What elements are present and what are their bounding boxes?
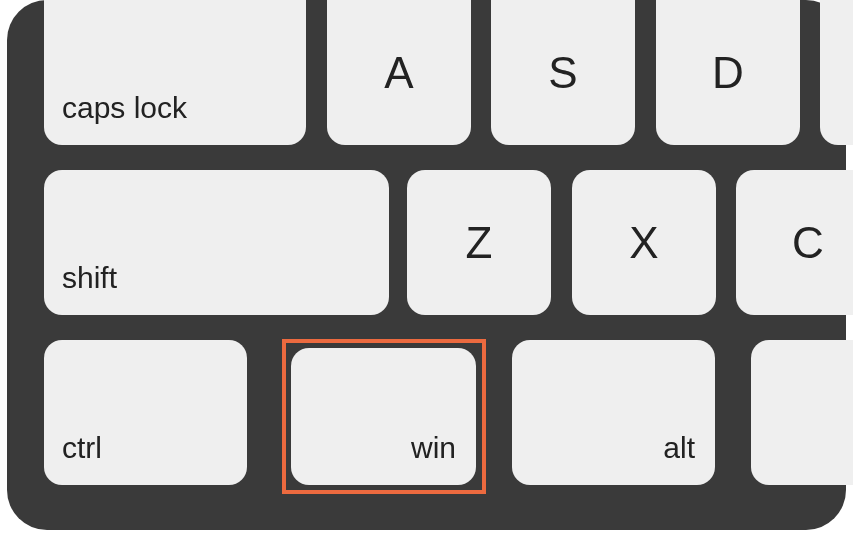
key-label: win	[411, 433, 456, 463]
key-label: D	[712, 51, 744, 95]
key-ctrl[interactable]: ctrl	[44, 340, 247, 485]
key-alt[interactable]: alt	[512, 340, 715, 485]
key-z[interactable]: Z	[407, 170, 551, 315]
key-win[interactable]: win	[291, 348, 476, 485]
key-f[interactable]	[820, 0, 853, 145]
key-label: Z	[466, 221, 493, 265]
key-label: A	[384, 51, 413, 95]
key-label: ctrl	[62, 433, 102, 463]
key-label: C	[792, 221, 824, 265]
key-a[interactable]: A	[327, 0, 471, 145]
key-c[interactable]: C	[736, 170, 853, 315]
key-space[interactable]	[751, 340, 853, 485]
key-label: X	[629, 221, 658, 265]
key-d[interactable]: D	[656, 0, 800, 145]
key-shift[interactable]: shift	[44, 170, 389, 315]
keyboard-panel: caps lock A S D shift Z X C ctrl win alt	[7, 0, 846, 530]
key-s[interactable]: S	[491, 0, 635, 145]
key-caps-lock[interactable]: caps lock	[44, 0, 306, 145]
key-x[interactable]: X	[572, 170, 716, 315]
key-label: alt	[663, 433, 695, 463]
key-label: shift	[62, 263, 117, 293]
key-label: caps lock	[62, 93, 187, 123]
key-label: S	[548, 51, 577, 95]
